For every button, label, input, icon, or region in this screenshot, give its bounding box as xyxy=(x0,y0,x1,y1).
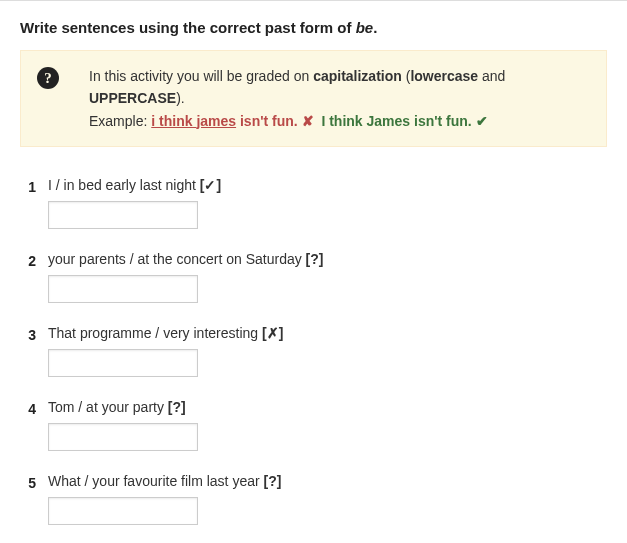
question-body: Tom / at your party [?] xyxy=(48,399,607,465)
check-icon: ✔ xyxy=(476,113,488,129)
example-label: Example: xyxy=(89,113,151,129)
hint-text: ). xyxy=(176,90,185,106)
hint-bold-lowercase: lowercase xyxy=(410,68,478,84)
title-text: Write sentences using the correct past f… xyxy=(20,19,356,36)
question-body: your parents / at the concert on Saturda… xyxy=(48,251,607,317)
question-prompt: your parents / at the concert on Saturda… xyxy=(48,251,607,267)
prompt-text: Tom / at your party xyxy=(48,399,168,415)
prompt-tag: [?] xyxy=(264,473,282,489)
prompt-text: your parents / at the concert on Saturda… xyxy=(48,251,306,267)
hint-bold-capitalization: capitalization xyxy=(313,68,402,84)
question-number: 4 xyxy=(20,399,48,417)
example-wrong-text: i think xyxy=(151,113,196,129)
help-icon: ? xyxy=(37,67,59,89)
question-number: 3 xyxy=(20,325,48,343)
title-em: be xyxy=(356,19,374,36)
question-item: 1 I / in bed early last night [✓] xyxy=(20,177,607,243)
question-item: 3 That programme / very interesting [✗] xyxy=(20,325,607,391)
question-item: 4 Tom / at your party [?] xyxy=(20,399,607,465)
hint-body: In this activity you will be graded on c… xyxy=(89,65,590,132)
prompt-tag: [✗] xyxy=(262,325,283,341)
example-right-text: I think James isn't fun. xyxy=(321,113,471,129)
hint-box: ? In this activity you will be graded on… xyxy=(20,50,607,147)
question-body: What / your favourite film last year [?] xyxy=(48,473,607,539)
cross-icon: ✘ xyxy=(302,113,314,129)
exercise-title: Write sentences using the correct past f… xyxy=(20,19,607,36)
question-body: I / in bed early last night [✓] xyxy=(48,177,607,243)
question-number: 5 xyxy=(20,473,48,491)
answer-input[interactable] xyxy=(48,349,198,377)
answer-input[interactable] xyxy=(48,275,198,303)
question-prompt: I / in bed early last night [✓] xyxy=(48,177,607,193)
prompt-tag: [✓] xyxy=(200,177,221,193)
hint-text: In this activity you will be graded on xyxy=(89,68,313,84)
question-number: 2 xyxy=(20,251,48,269)
example-wrong-text: isn't fun. xyxy=(236,113,298,129)
exercise-page: Write sentences using the correct past f… xyxy=(0,0,627,543)
answer-input[interactable] xyxy=(48,201,198,229)
answer-input[interactable] xyxy=(48,497,198,525)
question-prompt: What / your favourite film last year [?] xyxy=(48,473,607,489)
prompt-text: What / your favourite film last year xyxy=(48,473,264,489)
question-item: 2 your parents / at the concert on Satur… xyxy=(20,251,607,317)
prompt-tag: [?] xyxy=(168,399,186,415)
prompt-text: I / in bed early last night xyxy=(48,177,200,193)
question-item: 5 What / your favourite film last year [… xyxy=(20,473,607,539)
prompt-tag: [?] xyxy=(306,251,324,267)
question-prompt: Tom / at your party [?] xyxy=(48,399,607,415)
hint-text: and xyxy=(478,68,505,84)
title-suffix: . xyxy=(373,19,377,36)
question-body: That programme / very interesting [✗] xyxy=(48,325,607,391)
question-number: 1 xyxy=(20,177,48,195)
prompt-text: That programme / very interesting xyxy=(48,325,262,341)
hint-bold-uppercase: UPPERCASE xyxy=(89,90,176,106)
answer-input[interactable] xyxy=(48,423,198,451)
question-prompt: That programme / very interesting [✗] xyxy=(48,325,607,341)
question-list: 1 I / in bed early last night [✓] 2 your… xyxy=(20,177,607,543)
example-wrong-text: james xyxy=(196,113,236,129)
